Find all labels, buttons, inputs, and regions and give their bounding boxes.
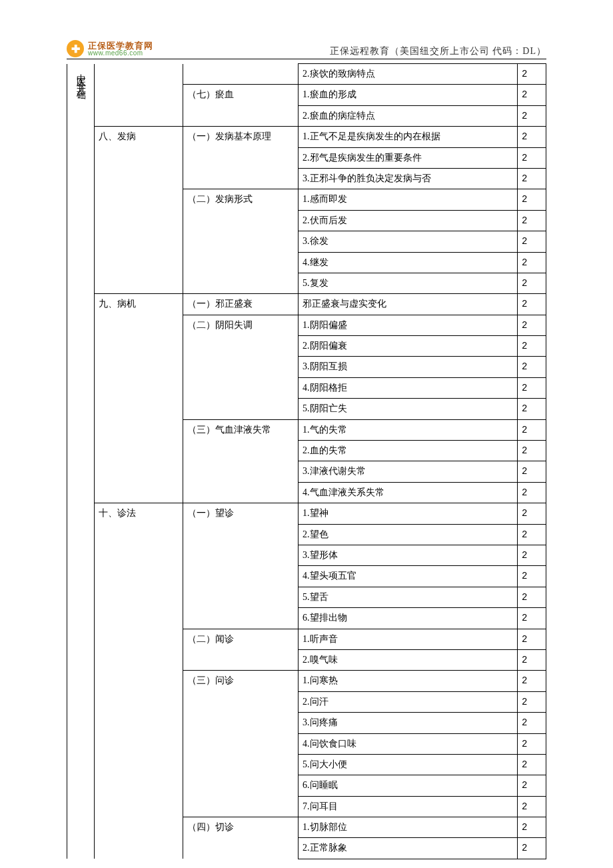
- subsection-cell: （四）切诊: [183, 817, 299, 838]
- subsection-cell: （二）发病形式: [183, 189, 299, 210]
- score-cell: 2: [518, 336, 546, 357]
- table-row: 5.问大小便2: [67, 754, 546, 775]
- subsection-cell: （三）问诊: [183, 671, 299, 691]
- table-row: 3.徐发2: [67, 231, 546, 252]
- subsection-cell: （二）阴阳失调: [183, 315, 299, 335]
- table-row: 4.气血津液关系失常2: [67, 482, 546, 503]
- subsection-cell: [183, 377, 299, 398]
- subsection-cell: （二）闻诊: [183, 629, 299, 649]
- page-header: ✚ 正保医学教育网 www.med66.com 正保远程教育（美国纽交所上市公司…: [67, 40, 546, 59]
- section-cell: [95, 252, 183, 273]
- subsection-cell: [183, 64, 299, 85]
- topic-cell: 3.正邪斗争的胜负决定发病与否: [299, 168, 518, 189]
- section-cell: [95, 713, 183, 733]
- subsection-cell: [183, 441, 299, 461]
- table-row: （二）发病形式1.感而即发2: [67, 189, 546, 210]
- score-cell: 2: [518, 294, 546, 315]
- table-row: 八、发病（一）发病基本原理1.正气不足是疾病发生的内在根据2: [67, 127, 546, 147]
- score-cell: 2: [518, 775, 546, 796]
- subsection-cell: [183, 524, 299, 545]
- section-cell: [95, 587, 183, 607]
- logo-text-url: www.med66.com: [88, 50, 153, 57]
- site-logo: ✚ 正保医学教育网 www.med66.com: [67, 40, 153, 57]
- subsection-cell: [183, 252, 299, 273]
- topic-cell: 1.望神: [299, 503, 518, 524]
- section-cell: [95, 691, 183, 712]
- table-row: 5.复发2: [67, 273, 546, 293]
- table-row: 2.邪气是疾病发生的重要条件2: [67, 147, 546, 168]
- section-cell: [95, 754, 183, 775]
- score-cell: 2: [518, 691, 546, 712]
- table-row: 3.望形体2: [67, 545, 546, 565]
- section-cell: [95, 441, 183, 461]
- topic-cell: 7.问耳目: [299, 796, 518, 817]
- subsection-cell: （七）瘀血: [183, 85, 299, 105]
- topic-cell: 2.伏而后发: [299, 210, 518, 231]
- score-cell: 2: [518, 587, 546, 607]
- subsection-cell: [183, 733, 299, 754]
- table-row: 2.嗅气味2: [67, 649, 546, 670]
- table-row: 4.阴阳格拒2: [67, 377, 546, 398]
- section-cell: [95, 273, 183, 293]
- subsection-cell: [183, 691, 299, 712]
- subsection-cell: [183, 357, 299, 377]
- topic-cell: 5.阴阳亡失: [299, 399, 518, 419]
- score-cell: 2: [518, 252, 546, 273]
- topic-cell: 2.阴阳偏衰: [299, 336, 518, 357]
- section-cell: [95, 817, 183, 838]
- table-row: （三）气血津液失常1.气的失常2: [67, 419, 546, 440]
- subsection-cell: [183, 461, 299, 482]
- section-cell: [95, 566, 183, 587]
- score-cell: 2: [518, 461, 546, 482]
- section-cell: [95, 357, 183, 377]
- section-cell: [95, 231, 183, 252]
- topic-cell: 3.问疼痛: [299, 713, 518, 733]
- table-row: 4.望头项五官2: [67, 566, 546, 587]
- section-cell: [95, 461, 183, 482]
- table-row: 3.阴阳互损2: [67, 357, 546, 377]
- subsection-cell: [183, 587, 299, 607]
- table-row: 5.阴阳亡失2: [67, 399, 546, 419]
- table-row: （四）切诊1.切脉部位2: [67, 817, 546, 838]
- score-cell: 2: [518, 147, 546, 168]
- score-cell: 2: [518, 649, 546, 670]
- score-cell: 2: [518, 399, 546, 419]
- table-row: 6.望排出物2: [67, 608, 546, 629]
- topic-cell: 5.望舌: [299, 587, 518, 607]
- topic-cell: 1.阴阳偏盛: [299, 315, 518, 335]
- section-cell: 八、发病: [95, 127, 183, 147]
- section-cell: [95, 671, 183, 691]
- table-row: 2.正常脉象2: [67, 838, 546, 859]
- section-cell: [95, 189, 183, 210]
- subsection-cell: [183, 231, 299, 252]
- section-cell: [95, 608, 183, 629]
- subsection-cell: （一）发病基本原理: [183, 127, 299, 147]
- score-cell: 2: [518, 754, 546, 775]
- subsection-cell: [183, 649, 299, 670]
- table-row: 2.血的失常2: [67, 441, 546, 461]
- topic-cell: 3.望形体: [299, 545, 518, 565]
- subsection-cell: [183, 838, 299, 859]
- subsection-cell: [183, 775, 299, 796]
- table-row: 九、病机（一）邪正盛衰邪正盛衰与虚实变化2: [67, 294, 546, 315]
- section-cell: [95, 775, 183, 796]
- subsection-cell: [183, 105, 299, 126]
- subsection-cell: [183, 336, 299, 357]
- score-cell: 2: [518, 105, 546, 126]
- score-cell: 2: [518, 419, 546, 440]
- section-cell: [95, 399, 183, 419]
- score-cell: 2: [518, 671, 546, 691]
- topic-cell: 2.痰饮的致病特点: [299, 64, 518, 85]
- table-row: 2.瘀血的病症特点2: [67, 105, 546, 126]
- section-cell: [95, 545, 183, 565]
- topic-cell: 1.感而即发: [299, 189, 518, 210]
- table-row: 7.问耳目2: [67, 796, 546, 817]
- section-cell: [95, 482, 183, 503]
- score-cell: 2: [518, 733, 546, 754]
- table-row: 6.问睡眠2: [67, 775, 546, 796]
- section-cell: [95, 649, 183, 670]
- subsection-cell: [183, 754, 299, 775]
- table-row: 4.继发2: [67, 252, 546, 273]
- subsection-cell: [183, 273, 299, 293]
- topic-cell: 2.邪气是疾病发生的重要条件: [299, 147, 518, 168]
